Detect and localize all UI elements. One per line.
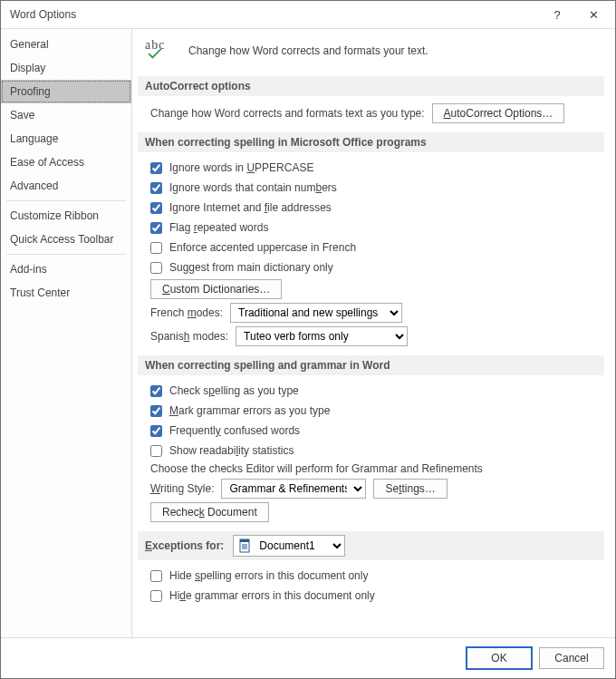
sidebar-item-customize-ribbon[interactable]: Customize Ribbon [1,204,131,228]
intro-text: Change how Word corrects and formats you… [188,44,428,57]
cb-hide-grammar[interactable]: Hide grammar errors in this document onl… [150,587,375,604]
svg-rect-1 [240,539,249,542]
section-word-header: When correcting spelling and grammar in … [138,355,604,375]
intro-row: abc Change how Word corrects and formats… [145,38,604,63]
cb-french-accent[interactable]: Enforce accented uppercase in French [150,239,356,256]
close-icon: ✕ [589,8,599,22]
cb-hide-spelling[interactable]: Hide spelling errors in this document on… [150,567,368,584]
sidebar-item-quick-access-toolbar[interactable]: Quick Access Toolbar [1,228,131,251]
sidebar-item-display[interactable]: Display [1,56,131,80]
close-button[interactable]: ✕ [575,2,611,27]
sidebar-item-proofing[interactable]: Proofing [1,80,131,103]
cb-ignore-internet[interactable]: Ignore Internet and file addresses [150,199,332,216]
cb-confused-words[interactable]: Frequently confused words [150,422,300,439]
autocorrect-line: Change how Word corrects and formats tex… [150,103,604,123]
sidebar-item-add-ins[interactable]: Add-ins [1,257,131,281]
french-modes-select[interactable]: Traditional and new spellings [230,303,402,323]
cb-readability[interactable]: Show readability statistics [150,442,294,459]
sidebar-item-advanced[interactable]: Advanced [1,174,131,198]
sidebar-item-trust-center[interactable]: Trust Center [1,281,131,305]
help-icon: ? [553,8,560,22]
ok-button[interactable]: OK [467,647,532,669]
sidebar-item-language[interactable]: Language [1,127,131,150]
spanish-modes-select[interactable]: Tuteo verb forms only [236,326,408,346]
cb-mark-grammar[interactable]: Mark grammar errors as you type [150,403,330,419]
autocorrect-options-button[interactable]: AutoCorrect Options… [432,103,565,123]
settings-button[interactable]: Settings… [373,479,447,499]
cb-ignore-numbers[interactable]: Ignore words that contain numbers [150,179,337,196]
sidebar-item-save[interactable]: Save [1,103,131,127]
cb-check-spelling[interactable]: Check spelling as you type [150,383,299,399]
category-sidebar: General Display Proofing Save Language E… [1,29,132,637]
sidebar-separator [6,200,126,201]
exceptions-doc-select[interactable]: Document1 [233,535,345,557]
cancel-button[interactable]: Cancel [539,647,604,669]
writing-style-label: Writing Style: [150,482,214,495]
sidebar-item-ease-of-access[interactable]: Ease of Access [1,150,131,174]
help-button[interactable]: ? [539,2,575,27]
dialog-footer: OK Cancel [1,637,615,678]
document-icon [237,538,252,553]
french-modes-label: French modes: [150,306,223,319]
sidebar-separator [6,254,126,255]
spanish-modes-label: Spanish modes: [150,330,228,343]
choose-checks-line: Choose the checks Editor will perform fo… [150,462,604,475]
word-options-dialog: Word Options ? ✕ General Display Proofin… [0,0,616,679]
window-title: Word Options [10,8,539,21]
proofing-icon: abc [145,38,176,63]
sidebar-item-general[interactable]: General [1,33,131,56]
section-office-header: When correcting spelling in Microsoft Of… [138,132,604,152]
titlebar: Word Options ? ✕ [1,1,615,28]
cb-flag-repeated[interactable]: Flag repeated words [150,219,268,236]
section-exceptions-header: Exceptions for: Document1 [138,531,604,560]
section-autocorrect-header: AutoCorrect options [138,76,604,96]
cb-ignore-uppercase[interactable]: Ignore words in UPPERCASE [150,160,313,176]
writing-style-select[interactable]: Grammar & Refinements [221,479,366,499]
cb-main-dictionary[interactable]: Suggest from main dictionary only [150,259,333,276]
custom-dictionaries-button[interactable]: Custom Dictionaries… [150,279,282,299]
recheck-document-button[interactable]: Recheck Document [150,502,269,522]
content-pane: abc Change how Word corrects and formats… [132,29,615,637]
